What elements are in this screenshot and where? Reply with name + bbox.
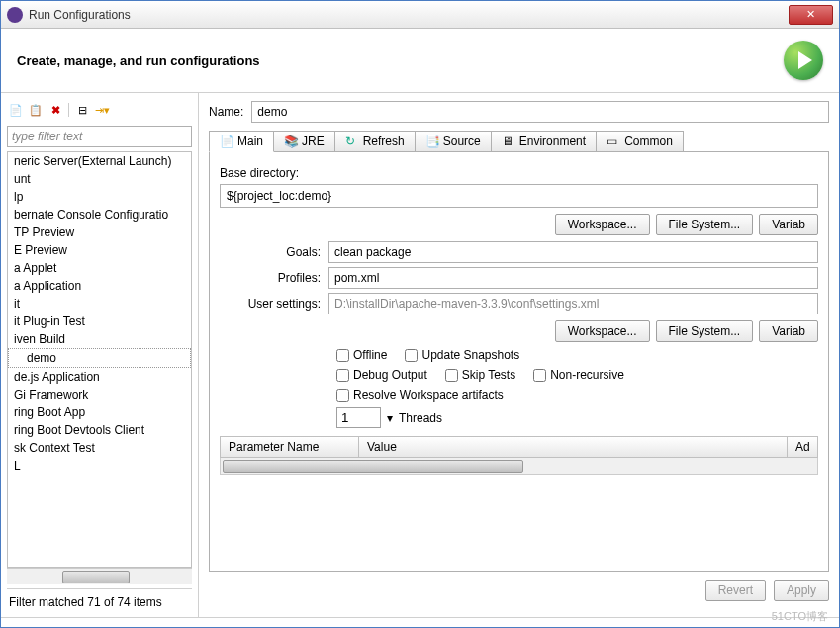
tree-item[interactable]: E Preview xyxy=(8,241,191,259)
user-settings-input[interactable] xyxy=(328,293,818,314)
tree-item[interactable]: a Application xyxy=(8,277,191,295)
duplicate-icon[interactable]: 📋 xyxy=(27,101,45,119)
watermark: 51CTO博客 xyxy=(772,609,828,624)
th-param-name[interactable]: Parameter Name xyxy=(221,437,359,457)
source-tab-icon: 📑 xyxy=(425,135,439,148)
tab-common[interactable]: ▭Common xyxy=(596,131,684,151)
threads-label: Threads xyxy=(399,411,442,425)
user-settings-label: User settings: xyxy=(220,297,328,311)
common-tab-icon: ▭ xyxy=(607,135,620,148)
usersettings-variables-button[interactable]: Variab xyxy=(759,320,818,342)
filter-status: Filter matched 71 of 74 items xyxy=(7,588,192,611)
tree-item[interactable]: bernate Console Configuratio xyxy=(8,206,191,224)
collapse-icon[interactable]: ⊟ xyxy=(73,101,91,119)
refresh-tab-icon: ↻ xyxy=(345,135,359,148)
profiles-label: Profiles: xyxy=(220,271,328,285)
tree-item[interactable]: a Applet xyxy=(8,259,191,277)
tree-item[interactable]: it xyxy=(8,295,191,313)
config-tree[interactable]: neric Server(External Launch)untlpbernat… xyxy=(8,152,191,567)
tree-item[interactable]: it Plug-in Test xyxy=(8,313,191,330)
window-close-button[interactable]: ✕ xyxy=(789,5,833,25)
tree-item[interactable]: sk Context Test xyxy=(8,439,191,457)
threads-spinner[interactable] xyxy=(336,407,381,428)
filter-icon[interactable]: ⇥▾ xyxy=(93,101,111,119)
update-snapshots-checkbox[interactable]: Update Snapshots xyxy=(405,348,519,362)
th-add[interactable]: Ad xyxy=(788,437,817,457)
name-input[interactable] xyxy=(251,101,829,123)
non-recursive-checkbox[interactable]: Non-recursive xyxy=(533,368,624,382)
dialog-header: Create, manage, and run configurations xyxy=(1,29,839,93)
dialog-footer: ? Run Close xyxy=(1,617,839,628)
titlebar: Run Configurations ✕ xyxy=(1,1,839,29)
offline-checkbox[interactable]: Offline xyxy=(336,348,387,362)
profiles-input[interactable] xyxy=(328,267,818,289)
basedir-filesystem-button[interactable]: File System... xyxy=(656,214,754,235)
name-label: Name: xyxy=(209,105,243,119)
tab-jre[interactable]: 📚JRE xyxy=(273,131,335,151)
content-h-scrollbar[interactable] xyxy=(220,458,818,475)
new-config-icon[interactable]: 📄 xyxy=(7,101,25,119)
th-value[interactable]: Value xyxy=(359,437,788,457)
delete-icon[interactable]: ✖ xyxy=(47,101,64,119)
goals-label: Goals: xyxy=(220,245,328,259)
tree-item[interactable]: unt xyxy=(8,170,191,188)
tab-bar: 📄Main 📚JRE ↻Refresh 📑Source 🖥Environment… xyxy=(209,131,829,152)
skip-tests-checkbox[interactable]: Skip Tests xyxy=(445,368,515,382)
tree-h-scrollbar[interactable] xyxy=(7,568,192,584)
tree-item[interactable]: iven Build xyxy=(8,330,191,348)
tree-item[interactable]: ring Boot Devtools Client xyxy=(8,421,191,439)
tree-item[interactable]: Gi Framework xyxy=(8,386,191,404)
tree-item[interactable]: lp xyxy=(8,188,191,206)
resolve-workspace-checkbox[interactable]: Resolve Workspace artifacts xyxy=(336,388,504,402)
eclipse-icon xyxy=(7,7,23,23)
debug-output-checkbox[interactable]: Debug Output xyxy=(336,368,427,382)
base-dir-value[interactable]: ${project_loc:demo} xyxy=(220,184,818,208)
tab-main[interactable]: 📄Main xyxy=(209,131,274,152)
window-title: Run Configurations xyxy=(29,8,789,22)
tree-item[interactable]: TP Preview xyxy=(8,224,191,241)
main-tab-icon: 📄 xyxy=(220,135,233,148)
environment-tab-icon: 🖥 xyxy=(502,135,515,148)
run-hero-icon xyxy=(784,41,823,80)
basedir-workspace-button[interactable]: Workspace... xyxy=(555,214,650,235)
jre-tab-icon: 📚 xyxy=(284,135,298,148)
tree-item[interactable]: L xyxy=(8,457,191,475)
apply-button[interactable]: Apply xyxy=(774,580,829,601)
basedir-variables-button[interactable]: Variab xyxy=(759,214,818,235)
tree-item[interactable]: demo xyxy=(8,348,191,368)
tree-item[interactable]: ring Boot App xyxy=(8,404,191,421)
dialog-title: Create, manage, and run configurations xyxy=(17,53,784,68)
goals-input[interactable] xyxy=(328,241,818,263)
usersettings-filesystem-button[interactable]: File System... xyxy=(656,320,754,342)
tab-refresh[interactable]: ↻Refresh xyxy=(334,131,416,151)
tree-item[interactable]: neric Server(External Launch) xyxy=(8,152,191,170)
base-dir-label: Base directory: xyxy=(220,166,818,180)
usersettings-workspace-button[interactable]: Workspace... xyxy=(555,320,650,342)
filter-input[interactable] xyxy=(7,126,192,147)
revert-button[interactable]: Revert xyxy=(705,580,766,601)
left-panel: 📄 📋 ✖ ⊟ ⇥▾ neric Server(External Launch)… xyxy=(1,93,199,617)
tab-source[interactable]: 📑Source xyxy=(415,131,492,151)
tab-main-content: Base directory: ${project_loc:demo} Work… xyxy=(209,152,829,572)
tree-item[interactable]: de.js Application xyxy=(8,368,191,386)
right-panel: Name: 📄Main 📚JRE ↻Refresh 📑Source 🖥Envir… xyxy=(199,93,839,617)
left-toolbar: 📄 📋 ✖ ⊟ ⇥▾ xyxy=(7,99,192,126)
parameters-table-header: Parameter Name Value Ad xyxy=(220,436,818,458)
tab-environment[interactable]: 🖥Environment xyxy=(491,131,597,151)
